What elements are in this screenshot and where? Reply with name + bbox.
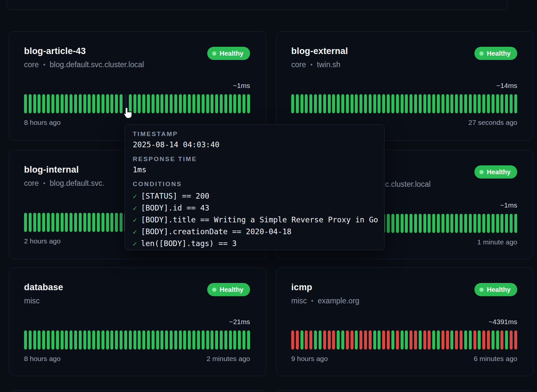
history-bar[interactable] <box>369 94 372 113</box>
history-bar[interactable] <box>309 94 312 113</box>
history-bar[interactable] <box>359 330 362 350</box>
history-bar[interactable] <box>455 330 458 350</box>
history-bar[interactable] <box>188 94 191 113</box>
history-bar[interactable] <box>373 94 376 113</box>
history-bar[interactable] <box>355 94 358 113</box>
history-bar[interactable] <box>391 330 394 350</box>
history-bar[interactable] <box>373 330 376 350</box>
history-bar[interactable] <box>378 94 381 113</box>
history-bar[interactable] <box>496 94 499 113</box>
history-bar[interactable] <box>170 330 173 350</box>
history-bar[interactable] <box>346 94 349 113</box>
history-bar[interactable] <box>56 213 59 232</box>
history-bar[interactable] <box>97 213 100 232</box>
history-bar[interactable] <box>247 330 250 350</box>
history-bar[interactable] <box>83 330 86 350</box>
history-bar[interactable] <box>74 330 77 350</box>
history-bar[interactable] <box>396 94 399 113</box>
history-bar[interactable] <box>419 330 422 350</box>
history-bar[interactable] <box>369 330 372 350</box>
history-bar[interactable] <box>441 330 444 350</box>
history-bar[interactable] <box>220 330 223 350</box>
history-bar[interactable] <box>478 94 481 113</box>
history-bar[interactable] <box>391 214 394 233</box>
history-bar[interactable] <box>410 330 412 350</box>
history-bar[interactable] <box>92 94 95 113</box>
uptime-history[interactable] <box>24 94 250 113</box>
history-bar[interactable] <box>291 94 294 113</box>
history-bar[interactable] <box>242 94 245 113</box>
history-bar[interactable] <box>510 214 513 233</box>
history-bar[interactable] <box>505 94 508 113</box>
history-bar[interactable] <box>387 94 390 113</box>
history-bar[interactable] <box>405 214 408 233</box>
history-bar[interactable] <box>328 94 331 113</box>
history-bar[interactable] <box>423 214 426 233</box>
history-bar[interactable] <box>65 330 68 350</box>
history-bar[interactable] <box>396 330 399 350</box>
history-bar[interactable] <box>70 94 72 113</box>
history-bar[interactable] <box>446 214 449 233</box>
history-bar[interactable] <box>138 330 141 350</box>
history-bar[interactable] <box>341 94 344 113</box>
history-bar[interactable] <box>101 94 104 113</box>
history-bar[interactable] <box>220 94 223 113</box>
history-bar[interactable] <box>405 330 408 350</box>
history-bar[interactable] <box>450 214 453 233</box>
history-bar[interactable] <box>51 94 54 113</box>
history-bar[interactable] <box>482 214 485 233</box>
history-bar[interactable] <box>487 330 490 350</box>
history-bar[interactable] <box>165 330 168 350</box>
history-bar[interactable] <box>233 330 236 350</box>
history-bar[interactable] <box>142 94 145 113</box>
history-bar[interactable] <box>487 214 490 233</box>
history-bar[interactable] <box>242 330 245 350</box>
history-bar[interactable] <box>183 330 186 350</box>
history-bar[interactable] <box>419 214 422 233</box>
history-bar[interactable] <box>351 330 353 350</box>
history-bar[interactable] <box>88 213 91 232</box>
history-bar[interactable] <box>382 330 385 350</box>
history-bar[interactable] <box>364 330 367 350</box>
history-bar[interactable] <box>29 330 32 350</box>
history-bar[interactable] <box>359 94 362 113</box>
history-bar[interactable] <box>450 330 453 350</box>
history-bar[interactable] <box>514 214 517 233</box>
history-bar[interactable] <box>224 94 227 113</box>
history-bar[interactable] <box>469 214 472 233</box>
history-bar[interactable] <box>300 330 303 350</box>
history-bar[interactable] <box>500 94 503 113</box>
history-bar[interactable] <box>414 214 417 233</box>
history-bar[interactable] <box>514 94 517 113</box>
history-bar[interactable] <box>478 214 481 233</box>
history-bar[interactable] <box>42 213 45 232</box>
history-bar[interactable] <box>88 330 91 350</box>
history-bar[interactable] <box>110 94 113 113</box>
history-bar[interactable] <box>174 94 177 113</box>
history-bar[interactable] <box>115 94 118 113</box>
history-bar[interactable] <box>110 213 113 232</box>
history-bar[interactable] <box>110 330 113 350</box>
history-bar[interactable] <box>47 213 50 232</box>
history-bar[interactable] <box>174 330 177 350</box>
history-bar[interactable] <box>115 213 118 232</box>
history-bar[interactable] <box>65 213 68 232</box>
history-bar[interactable] <box>165 94 168 113</box>
history-bar[interactable] <box>97 330 100 350</box>
history-bar[interactable] <box>47 330 50 350</box>
history-bar[interactable] <box>455 214 458 233</box>
history-bar[interactable] <box>432 330 435 350</box>
history-bar[interactable] <box>473 330 476 350</box>
history-bar[interactable] <box>61 94 64 113</box>
history-bar[interactable] <box>382 94 385 113</box>
history-bar[interactable] <box>29 94 32 113</box>
uptime-history[interactable] <box>291 330 517 350</box>
history-bar[interactable] <box>496 214 499 233</box>
history-bar[interactable] <box>482 94 485 113</box>
history-bar[interactable] <box>215 94 218 113</box>
history-bar[interactable] <box>160 94 163 113</box>
history-bar[interactable] <box>120 213 123 232</box>
history-bar[interactable] <box>188 330 191 350</box>
history-bar[interactable] <box>197 94 200 113</box>
history-bar[interactable] <box>314 330 317 350</box>
